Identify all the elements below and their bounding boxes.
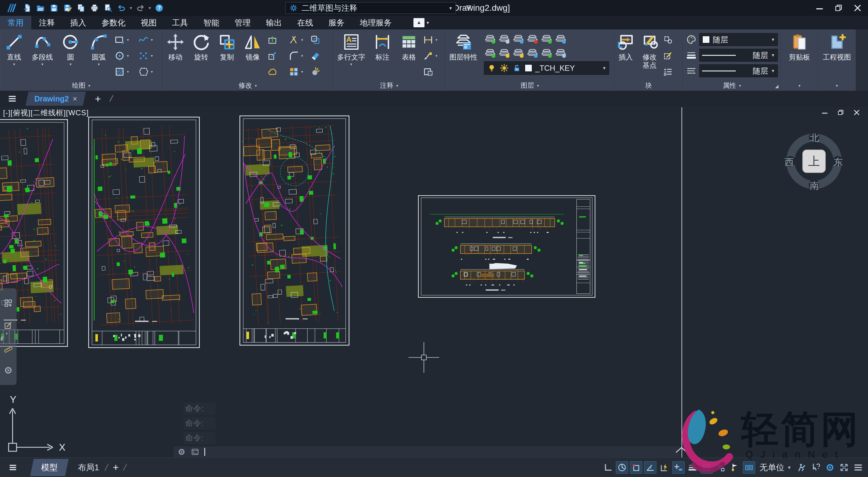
linetype-dropdown[interactable]: 随层▼ [699, 64, 778, 77]
lineweight-dropdown[interactable]: 随层▼ [699, 49, 778, 62]
ribbon-toggle[interactable]: ▲ ▾ [413, 16, 429, 29]
print-button[interactable] [88, 2, 101, 14]
text-frame-button[interactable]: A [423, 64, 444, 80]
ribbon-tab-11[interactable]: 服务 [321, 16, 352, 29]
layer-previous-button[interactable] [540, 32, 555, 46]
layer-off-button[interactable] [498, 32, 512, 46]
preview-button[interactable] [102, 2, 114, 14]
layer-lock-button[interactable] [526, 32, 540, 46]
trim-button[interactable]: ▾ [288, 32, 310, 48]
blocks-icon[interactable] [3, 298, 13, 308]
ribbon-tab-12[interactable]: 地理服务 [352, 16, 399, 29]
revcloud-button[interactable] [267, 64, 288, 80]
engview-button[interactable]: 工程视图 [819, 32, 855, 61]
eraser-button[interactable] [310, 48, 331, 64]
share-button[interactable] [796, 462, 808, 474]
chevron-down-icon[interactable]: ▾ [149, 5, 151, 11]
new-file-button[interactable] [21, 2, 33, 14]
rotate-button[interactable]: 旋转 [188, 32, 214, 61]
restore-button[interactable] [834, 3, 843, 13]
annotation-scale-toggle[interactable] [743, 462, 755, 474]
status-menu-button[interactable] [852, 462, 864, 474]
ribbon-tab-3[interactable]: 插入 [63, 16, 94, 29]
redo-button[interactable] [134, 2, 147, 14]
model-tab[interactable]: 模型 [30, 459, 69, 476]
spline-button[interactable]: ▾ [138, 32, 162, 48]
mdi-close-button[interactable] [852, 108, 861, 117]
offset-button[interactable] [310, 32, 331, 48]
ribbon-tab-1[interactable]: 常用 [0, 16, 31, 29]
menu-icon[interactable] [7, 463, 19, 472]
compass-up-face[interactable]: 上 [802, 150, 826, 173]
close-button[interactable] [852, 3, 863, 13]
array-button[interactable]: ▾ [288, 64, 310, 80]
dynamic-input-toggle[interactable] [658, 462, 671, 474]
units-dropdown[interactable]: 无单位 ▼ [760, 462, 791, 473]
dim-linear-button[interactable]: ▾ [423, 32, 444, 48]
command-terminal-icon[interactable] [191, 448, 199, 456]
object-color-dropdown[interactable]: 随层▼ [699, 33, 778, 46]
rectangle-button[interactable]: ▾ [114, 32, 138, 48]
transparency-toggle[interactable] [701, 462, 713, 474]
layer-on-button[interactable] [498, 46, 512, 60]
mdi-minimize-button[interactable] [821, 108, 829, 117]
annotation-visibility-toggle[interactable] [729, 462, 741, 474]
new-document-button[interactable]: + [95, 93, 101, 105]
ribbon-tab-9[interactable]: 输出 [258, 16, 289, 29]
layout1-tab[interactable]: 布局1 [75, 462, 101, 473]
compass-north-label[interactable]: 北 [810, 132, 819, 145]
command-settings-gear-icon[interactable] [177, 448, 186, 456]
minimize-button[interactable] [815, 3, 825, 13]
copy-obj-button[interactable]: 复制 [214, 32, 240, 61]
polar-tracking-toggle[interactable] [616, 462, 628, 474]
ribbon-tab-8[interactable]: 管理 [227, 16, 258, 29]
mirror-button[interactable]: 镜像 [240, 32, 266, 61]
workspace-switcher[interactable]: 二维草图与注释 ▾ [285, 2, 456, 14]
donut-button[interactable]: ▾ [114, 48, 138, 64]
layer-merge-button[interactable] [540, 46, 555, 60]
selection-cycling-toggle[interactable] [672, 462, 685, 474]
fillet-button[interactable]: ▾ [288, 48, 310, 64]
explode-button[interactable] [310, 64, 331, 80]
hatch-button[interactable]: ▾ [114, 64, 138, 80]
editbase-button[interactable]: 修改 基点 [637, 32, 662, 70]
ribbon-collapse-icon[interactable]: ▲ [413, 18, 425, 27]
close-icon[interactable]: × [73, 94, 77, 103]
ribbon-tab-6[interactable]: 工具 [164, 16, 196, 29]
view-compass[interactable]: 北 南 西 东 上 [783, 131, 845, 192]
command-input-bar[interactable] [174, 446, 680, 457]
block-edit-button[interactable] [662, 48, 678, 64]
copy-button[interactable] [75, 2, 87, 14]
menu-icon[interactable] [7, 94, 18, 103]
compass-east-label[interactable]: 东 [834, 156, 843, 169]
ortho-toggle[interactable] [602, 462, 614, 474]
ribbon-tab-4[interactable]: 参数化 [94, 16, 133, 29]
layer-down-button[interactable] [484, 46, 498, 60]
open-file-button[interactable] [34, 2, 46, 14]
object-snap-tracking-toggle[interactable] [644, 462, 656, 474]
clipboard-button[interactable]: 剪贴板 [783, 32, 816, 61]
polyline-button[interactable]: 多段线▾ [28, 32, 56, 66]
layer-match-button[interactable] [555, 32, 569, 46]
dialog-launcher-icon[interactable]: ◢ [775, 84, 778, 89]
fullscreen-button[interactable] [838, 462, 850, 474]
layer-isolate-button[interactable] [555, 46, 569, 60]
chevron-up-icon[interactable] [674, 445, 689, 454]
layerprops-button[interactable]: 图层特性 [445, 32, 482, 61]
dim-button[interactable]: 标注 [369, 32, 396, 61]
table-button[interactable]: 表格 [396, 32, 422, 61]
drawing-canvas[interactable]: [-][俯视][二维线框][WCS] 北 南 西 东 上 [0, 107, 868, 457]
pencil-sq-icon[interactable] [3, 321, 13, 330]
wipeout-button[interactable]: ▾ [138, 64, 162, 80]
viewport-controls[interactable]: [-][俯视][二维线框][WCS] [3, 108, 89, 118]
save-as-button[interactable] [61, 2, 73, 14]
stretch-button[interactable] [267, 32, 288, 48]
chevron-down-icon[interactable]: ▾ [130, 5, 132, 11]
block-attr-button[interactable] [662, 64, 678, 80]
move-button[interactable]: 移动 [162, 32, 188, 61]
document-tab-drawing2[interactable]: Drawing2 × [26, 92, 86, 106]
layer-freeze-button[interactable] [512, 32, 526, 46]
save-button[interactable] [48, 2, 60, 14]
layer-dropdown[interactable]: _TCH_KEY▼ [484, 61, 609, 75]
ribbon-tab-2[interactable]: 注释 [31, 16, 63, 29]
